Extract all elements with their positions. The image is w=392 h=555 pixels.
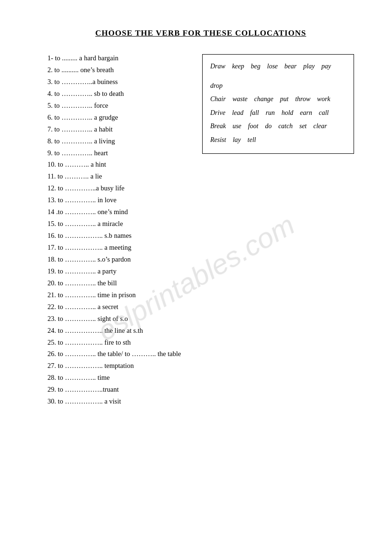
question-item: 14 .to ………….. one’s mind bbox=[47, 206, 193, 218]
question-item: 7. to ………….. a habit bbox=[47, 123, 193, 135]
question-item: 16. to …………….. s.b names bbox=[47, 230, 193, 242]
question-item: 5. to ………….. force bbox=[47, 100, 193, 112]
question-item: 29. to ……………..truant bbox=[47, 384, 193, 395]
word-box-word: foot bbox=[248, 120, 259, 133]
question-item: 19. to ………….. a party bbox=[47, 265, 193, 277]
question-item: 9. to ………….. heart bbox=[47, 147, 193, 159]
content-area: 1- to ......... a hard bargain2. to ....… bbox=[47, 52, 354, 407]
word-box-word: fall bbox=[250, 107, 259, 120]
word-box-row: Breakusefootdocatchsetclear bbox=[210, 120, 346, 133]
word-box-word: do bbox=[265, 120, 271, 133]
question-item: 10. to ……….. a hint bbox=[47, 159, 193, 170]
question-item: 30. to …………….. a visit bbox=[47, 395, 193, 407]
word-box-word: Chair bbox=[210, 93, 226, 106]
word-box-word: drop bbox=[210, 80, 223, 93]
question-item: 11. to ……….. a lie bbox=[47, 170, 193, 182]
word-box-word: bear bbox=[284, 60, 297, 73]
word-box-word: work bbox=[317, 93, 330, 106]
word-box-word: clear bbox=[313, 120, 327, 133]
word-box-word: beg bbox=[251, 60, 261, 73]
question-item: 1- to ......... a hard bargain bbox=[47, 52, 193, 64]
word-box-word: waste bbox=[233, 93, 248, 106]
question-item: 4. to ………….. sb to death bbox=[47, 88, 193, 100]
question-item: 28. to ………….. time bbox=[47, 372, 193, 384]
word-box-word: catch bbox=[278, 120, 292, 133]
question-item: 24. to …………….. the line at s.th bbox=[47, 325, 193, 337]
word-box-word: hold bbox=[281, 107, 293, 120]
word-box-word: lead bbox=[232, 107, 243, 120]
question-item: 26. to ………….. the table/ to ……….. the ta… bbox=[47, 348, 193, 360]
question-item: 25. to …………….. fire to sth bbox=[47, 337, 193, 348]
word-box-word: set bbox=[299, 120, 307, 133]
question-item: 6. to ………….. a grudge bbox=[47, 112, 193, 123]
question-item: 2. to .......... one’s breath bbox=[47, 64, 193, 76]
word-box-word: Break bbox=[210, 120, 226, 133]
word-box: DrawkeepbeglosebearplaypaydropChairwaste… bbox=[202, 54, 354, 154]
question-item: 22. to ………….. a secret bbox=[47, 301, 193, 313]
question-item: 13. to ………….. in love bbox=[47, 194, 193, 206]
word-box-word: play bbox=[303, 60, 315, 73]
word-box-word: keep bbox=[232, 60, 244, 73]
question-item: 3. to …………..a buiness bbox=[47, 76, 193, 88]
word-box-word: use bbox=[233, 120, 242, 133]
word-box-row: Resistlaytell bbox=[210, 134, 346, 147]
word-box-row: Chairwastechangeputthrowwork bbox=[210, 93, 346, 106]
word-box-word: Drive bbox=[210, 107, 225, 120]
word-box-word: throw bbox=[295, 93, 310, 106]
question-item: 23. to ………….. sight of s.o bbox=[47, 313, 193, 325]
questions-list: 1- to ......... a hard bargain2. to ....… bbox=[47, 52, 193, 407]
question-item: 8. to ………….. a living bbox=[47, 135, 193, 147]
word-box-row: Drawkeepbeglosebearplaypaydrop bbox=[210, 60, 346, 92]
question-item: 27. to …………….. temptation bbox=[47, 360, 193, 372]
word-box-word: tell bbox=[248, 134, 256, 147]
question-item: 15. to ………….. a miracle bbox=[47, 218, 193, 230]
question-item: 20. to ………….. the bill bbox=[47, 277, 193, 289]
word-box-word: call bbox=[319, 107, 329, 120]
question-item: 12. to …………..a busy life bbox=[47, 182, 193, 194]
word-box-word: lay bbox=[233, 134, 241, 147]
word-box-word: run bbox=[266, 107, 275, 120]
word-box-word: put bbox=[280, 93, 289, 106]
question-item: 17. to …………….. a meeting bbox=[47, 242, 193, 254]
question-item: 18. to ………….. s.o’s pardon bbox=[47, 254, 193, 265]
word-box-word: Resist bbox=[210, 134, 226, 147]
word-box-word: Draw bbox=[210, 60, 225, 73]
page-title: CHOOSE THE VERB FOR THESE COLLOCATIONS bbox=[47, 28, 354, 38]
word-box-word: earn bbox=[300, 107, 312, 120]
question-item: 21. to ………….. time in prison bbox=[47, 289, 193, 301]
word-box-row: Driveleadfallrunholdearncall bbox=[210, 107, 346, 120]
word-box-word: lose bbox=[267, 60, 278, 73]
word-box-word: change bbox=[254, 93, 273, 106]
word-box-word: pay bbox=[321, 60, 331, 73]
